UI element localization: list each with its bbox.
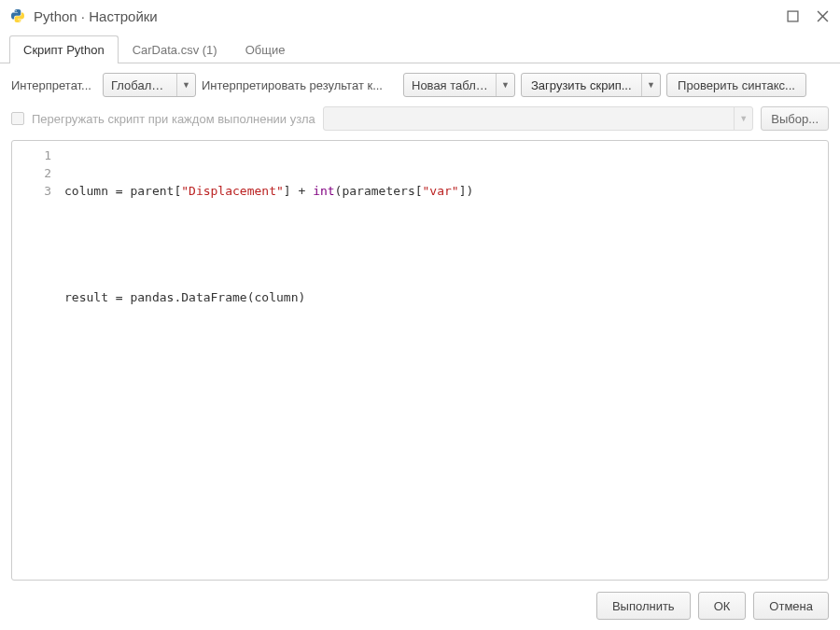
button-label: Проверить синтакс... xyxy=(678,78,795,92)
chevron-down-icon: ▼ xyxy=(496,74,514,96)
tab-bar: Скрипт Python CarData.csv (1) Общие xyxy=(0,35,840,63)
code-content[interactable]: column = parent["Displacement"] + int(pa… xyxy=(64,141,828,580)
check-syntax-button[interactable]: Проверить синтакс... xyxy=(666,73,806,97)
maximize-icon[interactable] xyxy=(784,7,801,24)
button-label: ОК xyxy=(714,599,731,613)
line-number: 1 xyxy=(12,147,51,164)
cancel-button[interactable]: Отмена xyxy=(753,592,829,620)
dropdown-value: Новая табли... xyxy=(404,78,496,92)
execute-button[interactable]: Выполнить xyxy=(596,592,691,620)
chevron-down-icon: ▼ xyxy=(734,107,752,130)
tab-label: CarData.csv (1) xyxy=(133,43,217,57)
tab-general[interactable]: Общие xyxy=(231,35,300,63)
button-label: Загрузить скрип... xyxy=(522,78,641,92)
reload-checkbox[interactable] xyxy=(11,112,24,125)
dialog-footer: Выполнить ОК Отмена xyxy=(0,581,840,630)
line-number: 3 xyxy=(12,182,51,200)
svg-rect-0 xyxy=(788,11,798,21)
reload-row: Перегружать скрипт при каждом выполнении… xyxy=(0,103,840,140)
interpreter-dropdown[interactable]: Глобальн... ▼ xyxy=(103,73,196,97)
line-gutter: 1 2 3 xyxy=(12,141,64,580)
tab-label: Скрипт Python xyxy=(23,43,105,57)
tab-cardata[interactable]: CarData.csv (1) xyxy=(119,35,231,63)
code-editor[interactable]: 1 2 3 column = parent["Displacement"] + … xyxy=(11,140,829,581)
load-script-button[interactable]: Загрузить скрип... ▼ xyxy=(521,73,661,97)
button-label: Выбор... xyxy=(771,112,819,126)
python-icon xyxy=(9,7,26,24)
tab-script-python[interactable]: Скрипт Python xyxy=(9,35,119,63)
interpret-as-dropdown[interactable]: Новая табли... ▼ xyxy=(403,73,515,97)
chevron-down-icon: ▼ xyxy=(641,74,660,96)
line-number: 2 xyxy=(12,164,51,182)
close-icon[interactable] xyxy=(814,7,831,24)
button-label: Выполнить xyxy=(612,599,675,613)
button-label: Отмена xyxy=(769,599,813,613)
interpret-as-label: Интерпретировать результат к... xyxy=(202,78,398,92)
reload-label: Перегружать скрипт при каждом выполнении… xyxy=(32,112,315,126)
toolbar: Интерпретат... Глобальн... ▼ Интерпретир… xyxy=(0,63,840,103)
reload-path-dropdown: ▼ xyxy=(323,106,753,131)
window-title: Python · Настройки xyxy=(34,8,784,24)
chevron-down-icon: ▼ xyxy=(176,74,195,96)
title-bar: Python · Настройки xyxy=(0,0,840,32)
dropdown-value: Глобальн... xyxy=(104,78,176,92)
interpreter-label: Интерпретат... xyxy=(11,78,97,92)
select-button[interactable]: Выбор... xyxy=(761,106,829,131)
tab-label: Общие xyxy=(245,43,286,57)
ok-button[interactable]: ОК xyxy=(698,592,747,620)
